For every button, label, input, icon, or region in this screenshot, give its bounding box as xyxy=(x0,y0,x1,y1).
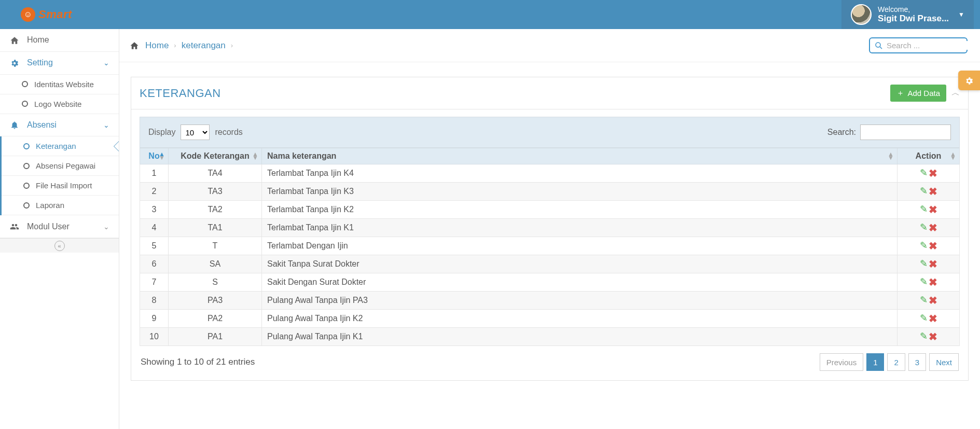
search-icon xyxy=(874,40,884,50)
panel-collapse-button[interactable]: ︿ xyxy=(951,88,960,99)
delete-icon[interactable]: ✖ xyxy=(929,258,937,270)
edit-icon[interactable]: ✎ xyxy=(920,258,928,270)
sidebar-item-file-hasil-import[interactable]: File Hasil Import xyxy=(2,176,119,196)
cell-no: 3 xyxy=(140,201,169,219)
sidebar-item-label: Absensi Pegawai xyxy=(36,161,95,170)
sidebar-item-laporan[interactable]: Laporan xyxy=(2,196,119,215)
edit-icon[interactable]: ✎ xyxy=(920,203,928,216)
sidebar-item-modul-user[interactable]: Modul User ⌄ xyxy=(0,215,119,238)
pager-page-2[interactable]: 2 xyxy=(887,353,905,371)
edit-icon[interactable]: ✎ xyxy=(920,276,928,288)
datatable: No ▲▼ Kode Keterangan ▲▼ Nama keterangan… xyxy=(140,148,960,346)
table-row: 2TA3Terlambat Tanpa Ijin K3✎✖ xyxy=(140,183,960,201)
delete-icon[interactable]: ✖ xyxy=(929,294,937,307)
edit-icon[interactable]: ✎ xyxy=(920,167,928,179)
user-name: Sigit Dwi Prase... xyxy=(878,13,949,24)
cell-action: ✎✖ xyxy=(898,201,960,219)
breadcrumb-page[interactable]: keterangan xyxy=(182,40,226,51)
table-row: 1TA4Terlambat Tanpa Ijin K4✎✖ xyxy=(140,164,960,183)
delete-icon[interactable]: ✖ xyxy=(929,222,937,234)
col-nama[interactable]: Nama keterangan ▲▼ xyxy=(262,148,898,164)
datatable-length: Display 10 records xyxy=(148,124,243,140)
edit-icon[interactable]: ✎ xyxy=(920,294,928,307)
edit-icon[interactable]: ✎ xyxy=(920,240,928,252)
cell-no: 2 xyxy=(140,183,169,201)
edit-icon[interactable]: ✎ xyxy=(920,222,928,234)
table-row: 6SASakit Tanpa Surat Dokter✎✖ xyxy=(140,255,960,273)
datatable-info: Showing 1 to 10 of 21 entries xyxy=(141,357,255,367)
cell-no: 8 xyxy=(140,292,169,310)
edit-icon[interactable]: ✎ xyxy=(920,185,928,198)
sidebar-item-absensi-pegawai[interactable]: Absensi Pegawai xyxy=(2,156,119,176)
user-menu[interactable]: Welcome, Sigit Dwi Prase... ▼ xyxy=(841,0,974,29)
cell-nama: Terlambat Tanpa Ijin K3 xyxy=(262,183,898,201)
cell-nama: Terlambat Tanpa Ijin K4 xyxy=(262,164,898,183)
cell-no: 6 xyxy=(140,255,169,273)
home-icon xyxy=(130,40,139,51)
cell-kode: PA2 xyxy=(169,310,262,328)
delete-icon[interactable]: ✖ xyxy=(929,276,937,288)
display-label-after: records xyxy=(215,128,242,137)
sidebar-item-setting[interactable]: Setting ⌄ xyxy=(0,52,119,75)
panel-title: KETERANGAN xyxy=(140,87,221,100)
panel-keterangan: KETERANGAN ＋ Add Data ︿ Display xyxy=(131,77,969,381)
datatable-search-input[interactable] xyxy=(860,124,951,140)
delete-icon[interactable]: ✖ xyxy=(929,167,937,179)
theme-settings-button[interactable] xyxy=(958,71,980,90)
bullet-icon xyxy=(23,143,30,149)
sidebar-item-home[interactable]: Home xyxy=(0,29,119,52)
sidebar-item-identitas-website[interactable]: Identitas Website xyxy=(0,75,119,94)
delete-icon[interactable]: ✖ xyxy=(929,185,937,198)
chevron-right-icon: › xyxy=(231,41,233,49)
table-row: 10PA1Pulang Awal Tanpa Ijin K1✎✖ xyxy=(140,328,960,346)
edit-icon[interactable]: ✎ xyxy=(920,330,928,343)
breadcrumb: Home › keterangan › xyxy=(130,40,233,51)
sidebar: Home Setting ⌄ Identitas Website Logo We… xyxy=(0,29,119,429)
global-search[interactable] xyxy=(869,37,968,53)
table-row: 7SSakit Dengan Surat Dokter✎✖ xyxy=(140,273,960,292)
sidebar-item-label: Home xyxy=(27,35,49,45)
bell-icon xyxy=(9,120,20,130)
pager-page-1[interactable]: 1 xyxy=(866,353,884,371)
cell-nama: Sakit Tanpa Surat Dokter xyxy=(262,255,898,273)
cell-action: ✎✖ xyxy=(898,237,960,255)
svg-line-1 xyxy=(880,47,882,49)
edit-icon[interactable]: ✎ xyxy=(920,312,928,325)
bullet-icon xyxy=(23,183,30,189)
sidebar-collapse-button[interactable]: « xyxy=(0,238,119,253)
delete-icon[interactable]: ✖ xyxy=(929,240,937,252)
pager-next[interactable]: Next xyxy=(929,353,959,371)
col-no[interactable]: No ▲▼ xyxy=(140,148,169,164)
col-label: Nama keterangan xyxy=(267,151,336,160)
sort-icon: ▲▼ xyxy=(950,153,956,160)
pager: Previous123Next xyxy=(820,353,959,371)
breadcrumb-home[interactable]: Home xyxy=(145,40,169,51)
sidebar-item-logo-website[interactable]: Logo Website xyxy=(0,94,119,114)
search-input[interactable] xyxy=(887,41,980,50)
delete-icon[interactable]: ✖ xyxy=(929,203,937,216)
sidebar-sub-setting: Identitas Website Logo Website xyxy=(0,75,119,114)
cell-action: ✎✖ xyxy=(898,164,960,183)
chevron-down-icon: ⌄ xyxy=(103,59,109,67)
col-label: Action xyxy=(916,151,942,160)
col-kode[interactable]: Kode Keterangan ▲▼ xyxy=(169,148,262,164)
delete-icon[interactable]: ✖ xyxy=(929,330,937,343)
sidebar-item-label: Logo Website xyxy=(34,100,81,108)
table-row: 4TA1Terlambat Tanpa Ijin K1✎✖ xyxy=(140,219,960,237)
add-data-button[interactable]: ＋ Add Data xyxy=(890,85,946,102)
sidebar-item-absensi[interactable]: Absensi ⌄ xyxy=(0,114,119,137)
pager-page-3[interactable]: 3 xyxy=(908,353,926,371)
cell-no: 5 xyxy=(140,237,169,255)
sidebar-item-keterangan[interactable]: Keterangan xyxy=(2,136,119,156)
display-label-before: Display xyxy=(148,128,175,137)
cell-nama: Terlambat Tanpa Ijin K1 xyxy=(262,219,898,237)
sidebar-item-label: Identitas Website xyxy=(34,80,94,89)
cell-nama: Pulang Awal Tanpa Ijin PA3 xyxy=(262,292,898,310)
col-action[interactable]: Action ▲▼ xyxy=(898,148,960,164)
display-length-select[interactable]: 10 xyxy=(181,124,210,140)
cell-no: 1 xyxy=(140,164,169,183)
cell-action: ✎✖ xyxy=(898,310,960,328)
plus-icon: ＋ xyxy=(896,88,904,98)
delete-icon[interactable]: ✖ xyxy=(929,312,937,325)
chevron-left-icon: « xyxy=(54,241,65,251)
